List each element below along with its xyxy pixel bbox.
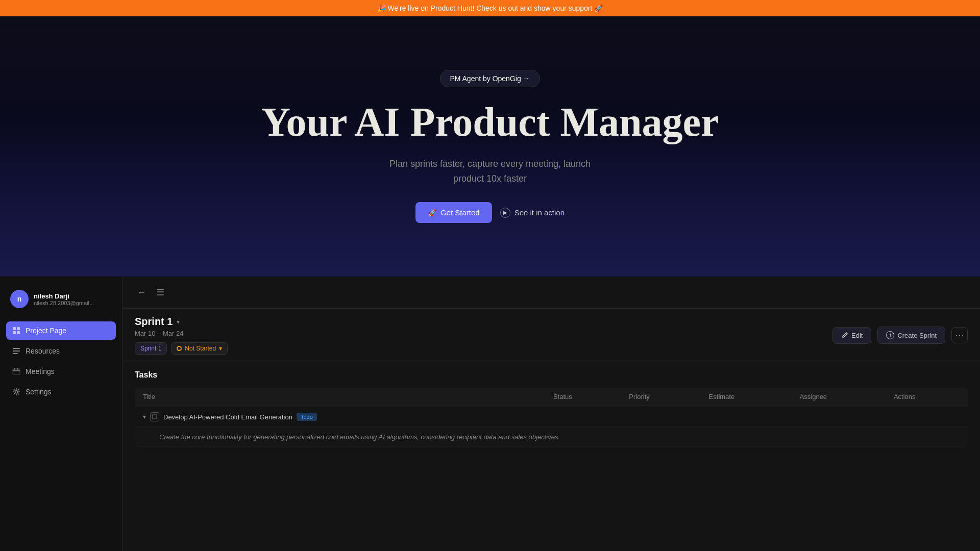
hero-subtitle: Plan sprints faster, capture every meeti…: [389, 157, 591, 186]
main-header: ← ☰: [122, 277, 980, 309]
user-name: nilesh Darji: [34, 292, 94, 300]
col-status: Status: [545, 388, 621, 406]
avatar-letter: n: [17, 295, 22, 303]
task-description-text: Create the core functionality for genera…: [159, 433, 560, 441]
resources-icon: [12, 347, 20, 355]
task-todo-badge: Todo: [297, 413, 317, 421]
user-info: n nilesh Darji nilesh.28.2003@gmail...: [6, 285, 116, 313]
play-icon: ▶: [500, 208, 510, 218]
task-description-cell: Create the core functionality for genera…: [135, 428, 968, 446]
expand-icon[interactable]: ▾: [143, 413, 146, 420]
svg-rect-2: [13, 331, 16, 334]
edit-button[interactable]: Edit: [832, 327, 871, 344]
svg-rect-9: [17, 368, 18, 370]
tasks-table-body: ▾ Develop AI-Powered Cold Email Generati…: [135, 406, 968, 446]
plus-circle-icon: +: [886, 331, 894, 339]
menu-button[interactable]: ☰: [154, 285, 166, 300]
table-row: ▾ Develop AI-Powered Cold Email Generati…: [135, 406, 968, 428]
task-actions-cell: [886, 406, 968, 428]
task-description-row: Create the core functionality for genera…: [135, 428, 968, 446]
sprint-label-tag: Sprint 1: [135, 342, 167, 355]
sidebar-item-resources[interactable]: Resources: [6, 342, 116, 360]
edit-icon: [841, 332, 848, 339]
more-options-button[interactable]: ⋯: [951, 327, 968, 343]
back-button[interactable]: ←: [135, 285, 148, 300]
subtitle-line2: product 10x faster: [453, 173, 527, 184]
sprint-status-tag[interactable]: Not Started ▾: [171, 342, 228, 355]
main-content: ← ☰ Sprint 1 ▾ Mar 10 – Mar 24 Sprint 1 …: [122, 277, 980, 551]
avatar: n: [10, 290, 29, 308]
tasks-table-header: Title Status Priority Estimate Assignee …: [135, 388, 968, 406]
status-chevron-icon: ▾: [219, 345, 222, 352]
sidebar-item-project-page-label: Project Page: [26, 327, 66, 335]
subtitle-line1: Plan sprints faster, capture every meeti…: [389, 159, 591, 169]
sidebar-item-meetings-label: Meetings: [26, 367, 55, 375]
task-status-cell: [545, 406, 621, 428]
banner-text: 🎉 We're live on Product Hunt! Check us o…: [377, 4, 603, 12]
sprint-status-text: Not Started: [185, 345, 216, 352]
sprint-title: Sprint 1: [135, 316, 173, 328]
col-estimate: Estimate: [701, 388, 792, 406]
hero-title: Your AI Product Manager: [261, 99, 719, 144]
svg-rect-6: [13, 353, 18, 354]
svg-rect-1: [17, 327, 20, 330]
sprint-left: Sprint 1 ▾ Mar 10 – Mar 24 Sprint 1 Not …: [135, 316, 228, 355]
svg-rect-5: [13, 350, 20, 352]
hamburger-icon: ☰: [156, 287, 164, 297]
user-details: nilesh Darji nilesh.28.2003@gmail...: [34, 292, 94, 306]
sidebar-item-project-page[interactable]: Project Page: [6, 321, 116, 340]
task-title-text: Develop AI-Powered Cold Email Generation: [163, 413, 292, 421]
sprint-title-chevron-icon: ▾: [177, 318, 180, 325]
see-action-button[interactable]: ▶ See it in action: [500, 208, 565, 218]
svg-rect-4: [13, 348, 20, 349]
svg-rect-8: [14, 368, 15, 370]
create-sprint-label: Create Sprint: [897, 332, 937, 339]
pm-agent-label: PM Agent by OpenGig →: [450, 74, 530, 83]
task-assignee-cell: [792, 406, 886, 428]
ellipsis-icon: ⋯: [955, 330, 964, 341]
app-section: n nilesh Darji nilesh.28.2003@gmail... P…: [0, 277, 980, 551]
sprint-tags: Sprint 1 Not Started ▾: [135, 342, 228, 355]
tasks-section: Tasks Title Status Priority Estimate Ass…: [122, 362, 980, 455]
get-started-button[interactable]: 🚀 Get Started: [415, 202, 492, 223]
sprint-actions: Edit + Create Sprint ⋯: [832, 327, 968, 344]
sidebar-item-resources-label: Resources: [26, 347, 60, 355]
settings-icon: [12, 388, 20, 396]
task-priority-cell: [621, 406, 700, 428]
hero-section: PM Agent by OpenGig → Your AI Product Ma…: [0, 16, 980, 277]
svg-rect-7: [13, 369, 20, 374]
status-circle-icon: [177, 346, 182, 351]
project-page-icon: [12, 327, 20, 335]
sprint-dates: Mar 10 – Mar 24: [135, 330, 228, 337]
col-title: Title: [135, 388, 545, 406]
edit-label: Edit: [851, 332, 863, 339]
col-assignee: Assignee: [792, 388, 886, 406]
hero-actions: 🚀 Get Started ▶ See it in action: [415, 202, 565, 223]
sidebar-item-meetings[interactable]: Meetings: [6, 362, 116, 381]
svg-rect-0: [13, 327, 16, 330]
sidebar-item-settings-label: Settings: [26, 388, 52, 396]
pm-agent-button[interactable]: PM Agent by OpenGig →: [440, 70, 540, 87]
sidebar: n nilesh Darji nilesh.28.2003@gmail... P…: [0, 277, 122, 551]
tasks-title: Tasks: [135, 370, 968, 380]
sprint-header: Sprint 1 ▾ Mar 10 – Mar 24 Sprint 1 Not …: [122, 309, 980, 362]
sprint-title-row: Sprint 1 ▾: [135, 316, 228, 328]
sidebar-item-settings[interactable]: Settings: [6, 383, 116, 401]
top-banner: 🎉 We're live on Product Hunt! Check us o…: [0, 0, 980, 16]
col-priority: Priority: [621, 388, 700, 406]
svg-point-11: [15, 391, 18, 393]
task-estimate-cell: [701, 406, 792, 428]
meetings-icon: [12, 367, 20, 375]
svg-rect-10: [13, 370, 20, 371]
task-title-cell: ▾ Develop AI-Powered Cold Email Generati…: [135, 406, 545, 428]
see-action-label: See it in action: [514, 208, 565, 217]
task-checkbox-icon[interactable]: [150, 412, 159, 421]
col-actions: Actions: [886, 388, 968, 406]
back-icon: ←: [137, 287, 146, 297]
tasks-table: Title Status Priority Estimate Assignee …: [135, 388, 968, 446]
create-sprint-button[interactable]: + Create Sprint: [877, 327, 945, 344]
user-email: nilesh.28.2003@gmail...: [34, 300, 94, 306]
rocket-icon: 🚀: [428, 209, 436, 217]
svg-rect-3: [17, 331, 20, 334]
get-started-label: Get Started: [440, 208, 480, 217]
